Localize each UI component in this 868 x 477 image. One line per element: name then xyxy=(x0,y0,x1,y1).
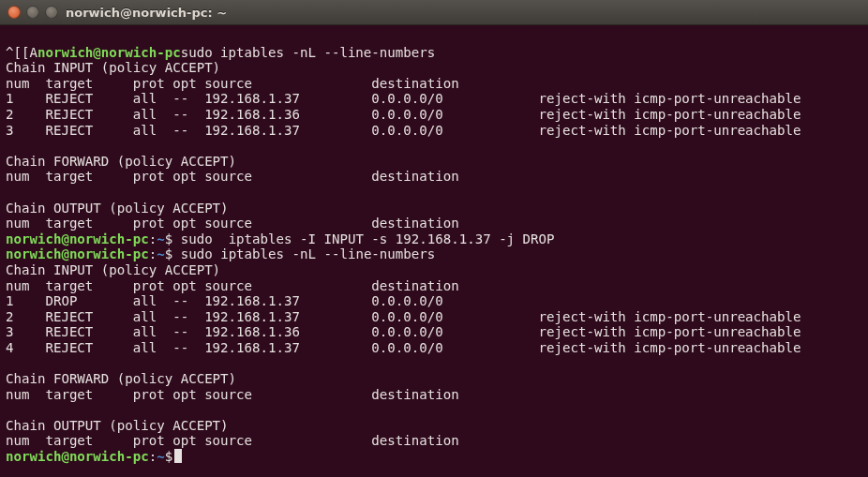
table-header: num target prot opt source destination xyxy=(6,76,531,91)
prompt-sigil: $ xyxy=(165,231,173,246)
command-text: sudo iptables -nL --line-numbers xyxy=(181,45,436,60)
close-icon[interactable] xyxy=(7,6,21,19)
command-text: sudo iptables -nL --line-numbers xyxy=(172,246,435,261)
output-line: Chain INPUT (policy ACCEPT) xyxy=(6,262,220,277)
table-row: 4 REJECT all -- 192.168.1.37 0.0.0.0/0 r… xyxy=(6,340,801,355)
prompt-sep: : xyxy=(149,449,157,464)
maximize-icon[interactable] xyxy=(45,6,58,19)
window-title: norwich@norwich-pc: ~ xyxy=(66,6,227,20)
table-header: num target prot opt source destination xyxy=(6,278,531,293)
table-row: 3 REJECT all -- 192.168.1.37 0.0.0.0/0 r… xyxy=(6,123,801,138)
output-line: Chain OUTPUT (policy ACCEPT) xyxy=(6,418,229,433)
output-line: Chain OUTPUT (policy ACCEPT) xyxy=(6,201,229,216)
output-line: Chain INPUT (policy ACCEPT) xyxy=(6,60,220,75)
minimize-icon[interactable] xyxy=(26,6,39,19)
prompt-user-host: norwich@norwich-pc xyxy=(6,231,149,246)
prompt-sep: : xyxy=(149,246,157,261)
terminal-view[interactable]: ^[[Anorwich@norwich-pcsudo iptables -nL … xyxy=(0,25,868,477)
prompt-sigil: $ xyxy=(165,246,173,261)
window-titlebar: norwich@norwich-pc: ~ xyxy=(0,0,868,25)
prompt-sigil: $ xyxy=(165,449,173,464)
cursor-icon xyxy=(174,449,182,463)
prompt-path: ~ xyxy=(157,231,165,246)
prompt-user-host: norwich@norwich-pc xyxy=(6,246,149,261)
table-header: num target prot opt source destination xyxy=(6,433,531,448)
output-line: ^[[A xyxy=(6,45,37,60)
table-row: 1 DROP all -- 192.168.1.37 0.0.0.0/0 xyxy=(6,293,531,308)
prompt-user-host: norwich@norwich-pc xyxy=(6,449,149,464)
table-header: num target prot opt source destination xyxy=(6,169,531,184)
table-header: num target prot opt source destination xyxy=(6,216,531,231)
table-row: 2 REJECT all -- 192.168.1.37 0.0.0.0/0 r… xyxy=(6,309,801,324)
table-header: num target prot opt source destination xyxy=(6,387,531,402)
table-row: 1 REJECT all -- 192.168.1.37 0.0.0.0/0 r… xyxy=(6,91,801,106)
prompt-path: ~ xyxy=(157,449,165,464)
output-line: Chain FORWARD (policy ACCEPT) xyxy=(6,154,236,169)
table-row: 2 REJECT all -- 192.168.1.36 0.0.0.0/0 r… xyxy=(6,107,801,122)
prompt-user-host: norwich@norwich-pc xyxy=(37,45,181,60)
table-row: 3 REJECT all -- 192.168.1.36 0.0.0.0/0 r… xyxy=(6,324,801,339)
prompt-path: ~ xyxy=(157,246,165,261)
window-controls xyxy=(7,6,58,19)
output-line: Chain FORWARD (policy ACCEPT) xyxy=(6,371,236,386)
prompt-sep: : xyxy=(149,231,157,246)
command-text: sudo iptables -I INPUT -s 192.168.1.37 -… xyxy=(172,231,554,246)
